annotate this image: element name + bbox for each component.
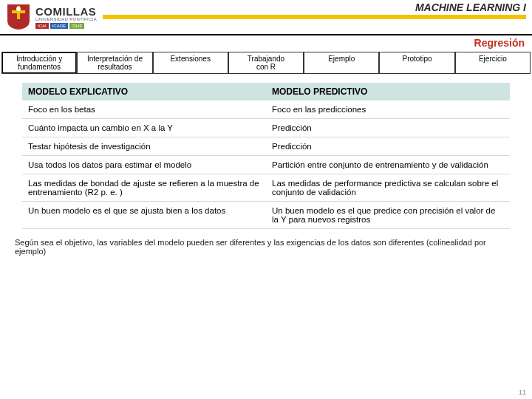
table-row: Las medidas de bondad de ajuste se refie… [22, 174, 510, 202]
tab-label: resultados [81, 63, 149, 71]
tab-label: Introducción y [5, 55, 73, 63]
brand-sub: UNIVERSIDAD PONTIFICIA [35, 17, 97, 21]
cell: Partición entre conjunto de entrenamient… [266, 156, 510, 174]
tab-label: fundamentos [5, 63, 73, 71]
tab-label: con R [232, 63, 300, 71]
cell: Foco en los betas [22, 100, 266, 119]
comparison-table: MODELO EXPLICATIVO MODELO PREDICTIVO Foc… [22, 83, 510, 229]
tab-label: Prototipo [383, 55, 451, 63]
accent-bar [103, 15, 526, 19]
table-header-row: MODELO EXPLICATIVO MODELO PREDICTIVO [22, 83, 510, 100]
table-row: Usa todos los datos para estimar el mode… [22, 156, 510, 174]
page-number: 11 [519, 389, 526, 396]
unit-cihs: CIHS [69, 23, 84, 29]
cell: Testar hipótesis de investigación [22, 137, 266, 156]
svg-point-2 [16, 7, 21, 11]
cell: Las medidas de performance predictiva se… [266, 174, 510, 202]
table-row: Cuánto impacta un cambio en X a la Y Pre… [22, 119, 510, 137]
tab-label: Ejemplo [307, 55, 375, 63]
cell: Predicción [266, 137, 510, 156]
cell: Un buen modelo es el que predice con pre… [266, 202, 510, 229]
tabs: Introducción y fundamentos Interpretació… [0, 52, 532, 78]
tab-label: Ejercicio [459, 55, 527, 63]
unit-icai: ICAI [35, 23, 49, 29]
cell: Predicción [266, 119, 510, 137]
wordmark: COMILLAS UNIVERSIDAD PONTIFICIA ICAI ICA… [35, 6, 97, 29]
tab-extensiones[interactable]: Extensiones [153, 52, 228, 74]
tab-label: Interpretación de [81, 55, 149, 63]
crest-icon [6, 3, 31, 31]
table-row: Foco en los betas Foco en las prediccion… [22, 100, 510, 119]
footnote: Según sea el objetivo, las variables del… [0, 233, 532, 256]
cell: Un buen modelo es el que se ajusta bien … [22, 202, 266, 229]
cell: Usa todos los datos para estimar el mode… [22, 156, 266, 174]
brand-name: COMILLAS [35, 6, 97, 17]
col-header-predictivo: MODELO PREDICTIVO [266, 83, 510, 100]
tab-interpretacion[interactable]: Interpretación de resultados [77, 52, 152, 74]
tab-ejemplo[interactable]: Ejemplo [304, 52, 379, 74]
cell: Foco en las predicciones [266, 100, 510, 119]
section-title: Regresión [0, 35, 532, 52]
cell: Cuánto impacta un cambio en X a la Y [22, 119, 266, 137]
tab-trabajando-r[interactable]: Trabajando con R [228, 52, 304, 74]
col-header-explicativo: MODELO EXPLICATIVO [22, 83, 266, 100]
header: COMILLAS UNIVERSIDAD PONTIFICIA ICAI ICA… [0, 0, 532, 35]
brand-units: ICAI ICADE CIHS [35, 23, 97, 29]
logo-block: COMILLAS UNIVERSIDAD PONTIFICIA ICAI ICA… [0, 0, 103, 31]
tab-label: Trabajando [232, 55, 300, 63]
title-area: MACHINE LEARNING I [103, 0, 532, 19]
cell: Las medidas de bondad de ajuste se refie… [22, 174, 266, 202]
course-title: MACHINE LEARNING I [415, 0, 526, 13]
table-row: Un buen modelo es el que se ajusta bien … [22, 202, 510, 229]
unit-icade: ICADE [50, 23, 68, 29]
tab-label: Extensiones [157, 55, 225, 63]
tab-prototipo[interactable]: Prototipo [379, 52, 454, 74]
tab-introduccion[interactable]: Introducción y fundamentos [1, 52, 77, 74]
table-row: Testar hipótesis de investigación Predic… [22, 137, 510, 156]
tab-ejercicio[interactable]: Ejercicio [455, 52, 531, 74]
